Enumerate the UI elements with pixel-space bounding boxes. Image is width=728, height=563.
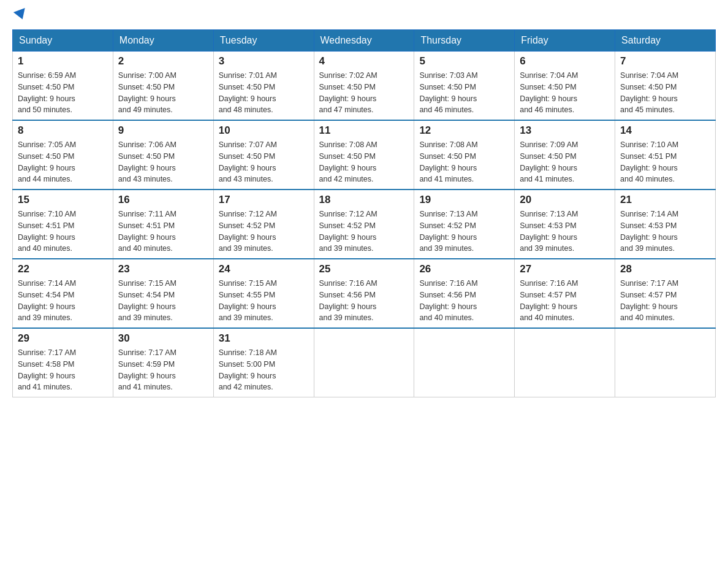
day-number: 28 [620, 263, 710, 275]
day-info: Sunrise: 7:04 AMSunset: 4:50 PMDaylight:… [520, 70, 610, 116]
week-row-1: 1Sunrise: 6:59 AMSunset: 4:50 PMDaylight… [13, 52, 716, 121]
weekday-header-saturday: Saturday [615, 30, 716, 52]
calendar-cell: 23Sunrise: 7:15 AMSunset: 4:54 PMDayligh… [113, 259, 213, 328]
day-info: Sunrise: 7:11 AMSunset: 4:51 PMDaylight:… [118, 209, 208, 255]
day-number: 5 [419, 55, 509, 67]
weekday-header-sunday: Sunday [13, 30, 113, 52]
week-row-3: 15Sunrise: 7:10 AMSunset: 4:51 PMDayligh… [13, 190, 716, 259]
weekday-header-row: SundayMondayTuesdayWednesdayThursdayFrid… [13, 30, 716, 52]
logo-triangle-icon [13, 8, 28, 21]
day-number: 8 [18, 124, 108, 137]
weekday-header-monday: Monday [113, 30, 213, 52]
calendar-header: SundayMondayTuesdayWednesdayThursdayFrid… [13, 30, 716, 52]
day-number: 4 [319, 55, 409, 67]
day-info: Sunrise: 7:13 AMSunset: 4:53 PMDaylight:… [520, 209, 610, 255]
calendar-cell [414, 328, 515, 397]
week-row-4: 22Sunrise: 7:14 AMSunset: 4:54 PMDayligh… [13, 259, 716, 328]
day-info: Sunrise: 7:03 AMSunset: 4:50 PMDaylight:… [419, 70, 509, 116]
calendar-cell: 4Sunrise: 7:02 AMSunset: 4:50 PMDaylight… [314, 52, 414, 121]
calendar-cell: 3Sunrise: 7:01 AMSunset: 4:50 PMDaylight… [213, 52, 314, 121]
logo [12, 12, 27, 20]
day-number: 10 [219, 124, 309, 137]
day-info: Sunrise: 7:16 AMSunset: 4:56 PMDaylight:… [319, 278, 409, 324]
calendar-cell: 15Sunrise: 7:10 AMSunset: 4:51 PMDayligh… [13, 190, 113, 259]
calendar-cell: 22Sunrise: 7:14 AMSunset: 4:54 PMDayligh… [13, 259, 113, 328]
calendar-cell: 30Sunrise: 7:17 AMSunset: 4:59 PMDayligh… [113, 328, 213, 397]
day-info: Sunrise: 7:17 AMSunset: 4:59 PMDaylight:… [118, 347, 208, 393]
calendar-cell: 20Sunrise: 7:13 AMSunset: 4:53 PMDayligh… [515, 190, 615, 259]
day-info: Sunrise: 7:00 AMSunset: 4:50 PMDaylight:… [118, 70, 208, 116]
calendar-cell: 9Sunrise: 7:06 AMSunset: 4:50 PMDaylight… [113, 120, 213, 190]
calendar-cell: 6Sunrise: 7:04 AMSunset: 4:50 PMDaylight… [515, 52, 615, 121]
day-number: 25 [319, 263, 409, 275]
calendar-cell: 1Sunrise: 6:59 AMSunset: 4:50 PMDaylight… [13, 52, 113, 121]
day-number: 24 [219, 263, 309, 275]
calendar-cell: 13Sunrise: 7:09 AMSunset: 4:50 PMDayligh… [515, 120, 615, 190]
calendar-cell: 17Sunrise: 7:12 AMSunset: 4:52 PMDayligh… [213, 190, 314, 259]
calendar-cell [615, 328, 716, 397]
day-info: Sunrise: 7:10 AMSunset: 4:51 PMDaylight:… [620, 139, 710, 185]
day-info: Sunrise: 7:18 AMSunset: 5:00 PMDaylight:… [219, 347, 309, 393]
calendar-cell: 16Sunrise: 7:11 AMSunset: 4:51 PMDayligh… [113, 190, 213, 259]
day-number: 22 [18, 263, 108, 275]
day-info: Sunrise: 7:13 AMSunset: 4:52 PMDaylight:… [419, 209, 509, 255]
day-number: 21 [620, 194, 710, 206]
day-number: 30 [118, 332, 208, 345]
day-info: Sunrise: 7:10 AMSunset: 4:51 PMDaylight:… [18, 209, 108, 255]
calendar-body: 1Sunrise: 6:59 AMSunset: 4:50 PMDaylight… [13, 52, 716, 397]
day-info: Sunrise: 7:06 AMSunset: 4:50 PMDaylight:… [118, 139, 208, 185]
calendar-cell: 24Sunrise: 7:15 AMSunset: 4:55 PMDayligh… [213, 259, 314, 328]
calendar-cell: 10Sunrise: 7:07 AMSunset: 4:50 PMDayligh… [213, 120, 314, 190]
day-number: 29 [18, 332, 108, 345]
day-info: Sunrise: 7:15 AMSunset: 4:55 PMDaylight:… [219, 278, 309, 324]
day-info: Sunrise: 7:15 AMSunset: 4:54 PMDaylight:… [118, 278, 208, 324]
day-info: Sunrise: 7:02 AMSunset: 4:50 PMDaylight:… [319, 70, 409, 116]
day-number: 27 [520, 263, 610, 275]
weekday-header-thursday: Thursday [414, 30, 515, 52]
day-info: Sunrise: 7:17 AMSunset: 4:58 PMDaylight:… [18, 347, 108, 393]
day-info: Sunrise: 7:08 AMSunset: 4:50 PMDaylight:… [319, 139, 409, 185]
day-number: 17 [219, 194, 309, 206]
day-number: 7 [620, 55, 710, 67]
calendar-cell: 26Sunrise: 7:16 AMSunset: 4:56 PMDayligh… [414, 259, 515, 328]
day-number: 12 [419, 124, 509, 137]
calendar-cell: 14Sunrise: 7:10 AMSunset: 4:51 PMDayligh… [615, 120, 716, 190]
day-number: 31 [219, 332, 309, 345]
calendar-cell: 27Sunrise: 7:16 AMSunset: 4:57 PMDayligh… [515, 259, 615, 328]
weekday-header-tuesday: Tuesday [213, 30, 314, 52]
day-info: Sunrise: 6:59 AMSunset: 4:50 PMDaylight:… [18, 70, 108, 116]
calendar-cell: 7Sunrise: 7:04 AMSunset: 4:50 PMDaylight… [615, 52, 716, 121]
day-number: 23 [118, 263, 208, 275]
day-number: 9 [118, 124, 208, 137]
day-info: Sunrise: 7:04 AMSunset: 4:50 PMDaylight:… [620, 70, 710, 116]
logo-blue-text [12, 12, 27, 20]
calendar-cell [515, 328, 615, 397]
calendar-cell: 11Sunrise: 7:08 AMSunset: 4:50 PMDayligh… [314, 120, 414, 190]
day-number: 16 [118, 194, 208, 206]
calendar-cell: 19Sunrise: 7:13 AMSunset: 4:52 PMDayligh… [414, 190, 515, 259]
calendar-cell: 29Sunrise: 7:17 AMSunset: 4:58 PMDayligh… [13, 328, 113, 397]
week-row-2: 8Sunrise: 7:05 AMSunset: 4:50 PMDaylight… [13, 120, 716, 190]
day-info: Sunrise: 7:05 AMSunset: 4:50 PMDaylight:… [18, 139, 108, 185]
calendar-cell: 21Sunrise: 7:14 AMSunset: 4:53 PMDayligh… [615, 190, 716, 259]
day-number: 19 [419, 194, 509, 206]
day-info: Sunrise: 7:01 AMSunset: 4:50 PMDaylight:… [219, 70, 309, 116]
day-info: Sunrise: 7:14 AMSunset: 4:53 PMDaylight:… [620, 209, 710, 255]
calendar-table: SundayMondayTuesdayWednesdayThursdayFrid… [12, 29, 716, 397]
day-info: Sunrise: 7:07 AMSunset: 4:50 PMDaylight:… [219, 139, 309, 185]
day-info: Sunrise: 7:14 AMSunset: 4:54 PMDaylight:… [18, 278, 108, 324]
day-number: 11 [319, 124, 409, 137]
day-number: 26 [419, 263, 509, 275]
calendar-cell: 25Sunrise: 7:16 AMSunset: 4:56 PMDayligh… [314, 259, 414, 328]
calendar-cell: 5Sunrise: 7:03 AMSunset: 4:50 PMDaylight… [414, 52, 515, 121]
day-number: 2 [118, 55, 208, 67]
day-number: 3 [219, 55, 309, 67]
day-number: 6 [520, 55, 610, 67]
week-row-5: 29Sunrise: 7:17 AMSunset: 4:58 PMDayligh… [13, 328, 716, 397]
day-info: Sunrise: 7:16 AMSunset: 4:56 PMDaylight:… [419, 278, 509, 324]
calendar-cell: 18Sunrise: 7:12 AMSunset: 4:52 PMDayligh… [314, 190, 414, 259]
day-info: Sunrise: 7:17 AMSunset: 4:57 PMDaylight:… [620, 278, 710, 324]
day-number: 15 [18, 194, 108, 206]
calendar-cell: 12Sunrise: 7:08 AMSunset: 4:50 PMDayligh… [414, 120, 515, 190]
day-number: 14 [620, 124, 710, 137]
